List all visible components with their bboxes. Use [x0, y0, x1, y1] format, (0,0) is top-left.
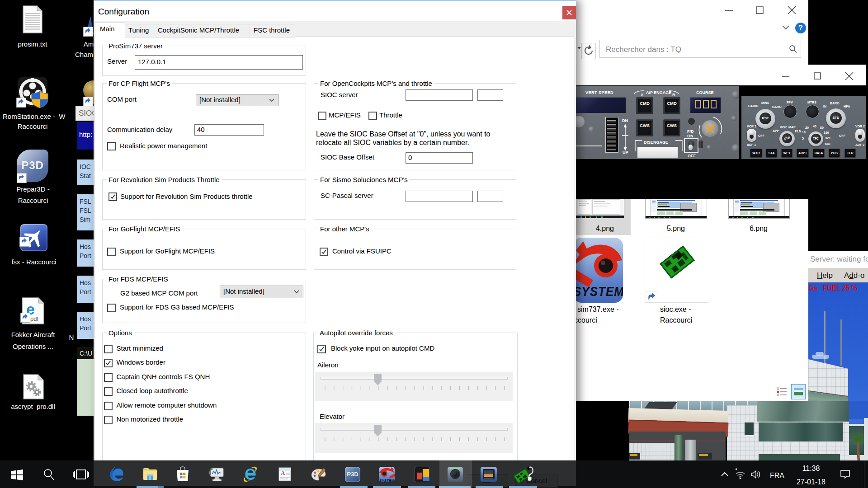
svg-text:A: A [281, 469, 285, 476]
svg-text:pdf: pdf [30, 315, 38, 322]
